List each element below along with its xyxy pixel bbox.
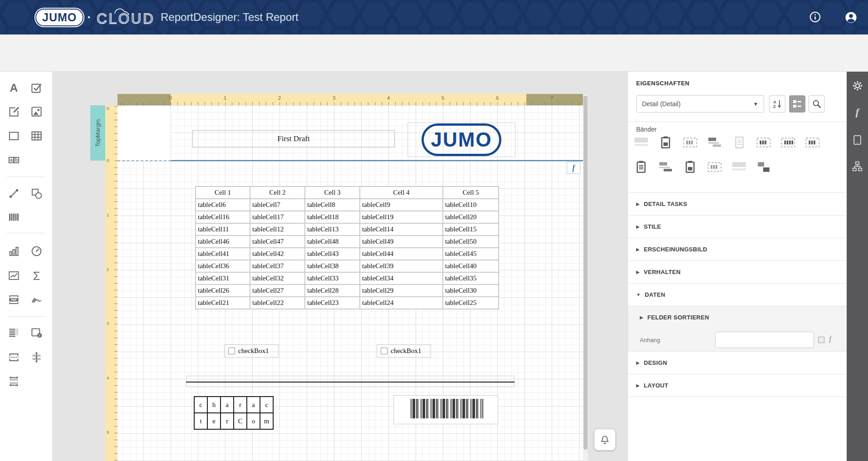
form-view-icon[interactable] xyxy=(789,95,805,113)
table-cell[interactable]: tableCell15 xyxy=(443,223,499,235)
band-solid-light-icon[interactable] xyxy=(629,136,653,149)
table-cell[interactable]: tableCell44 xyxy=(360,248,443,260)
table-cell[interactable]: tableCell14 xyxy=(360,223,443,235)
band-offset-bars-gray-icon[interactable] xyxy=(653,160,678,174)
info-icon[interactable] xyxy=(809,11,822,24)
comb-cell[interactable]: o xyxy=(247,413,260,429)
shapes-tool-icon[interactable] xyxy=(30,187,43,200)
line-element[interactable] xyxy=(186,376,515,387)
table-header-cell[interactable]: Cell 3 xyxy=(305,186,360,199)
table-cell[interactable]: tableCell32 xyxy=(250,272,305,284)
band-offset-bars-icon[interactable] xyxy=(702,136,727,149)
table-tool-icon[interactable] xyxy=(30,129,43,142)
section-felder-sortieren[interactable]: ▶FELDER SORTIEREN xyxy=(628,306,847,329)
table-cell[interactable]: tableCell33 xyxy=(305,272,360,284)
table-cell[interactable]: tableCell34 xyxy=(360,272,443,284)
table-cell[interactable]: tableCell31 xyxy=(196,272,250,284)
report-title-label[interactable]: First Draft xyxy=(192,130,395,147)
table-cell[interactable]: tableCell28 xyxy=(305,284,360,297)
line-tool-icon[interactable] xyxy=(7,187,20,200)
notifications-button[interactable] xyxy=(594,429,615,450)
chart-tool-icon[interactable] xyxy=(7,245,20,257)
checkbox-element-2[interactable]: checkBox1 xyxy=(377,344,431,358)
element-selector-dropdown[interactable]: Detail (Detail) ▼ xyxy=(636,95,764,113)
rich-text-tool-icon[interactable] xyxy=(7,105,20,118)
band-offset-solid-icon[interactable] xyxy=(751,160,776,174)
page-break-tool-icon[interactable] xyxy=(7,351,20,363)
formula-badge[interactable]: f xyxy=(567,162,580,174)
table-header-cell[interactable]: Cell 5 xyxy=(443,186,499,199)
report-table[interactable]: Cell 1Cell 2Cell 3Cell 4Cell 5tableCell6… xyxy=(195,186,499,309)
table-cell[interactable]: tableCell16 xyxy=(196,211,250,223)
table-cell[interactable]: tableCell45 xyxy=(443,248,499,260)
table-cell[interactable]: tableCell27 xyxy=(250,284,305,297)
settings-icon[interactable] xyxy=(851,79,863,92)
section-verhalten[interactable]: ▶VERHALTEN xyxy=(628,260,847,283)
table-header-cell[interactable]: Cell 1 xyxy=(196,186,250,199)
table-cell[interactable]: tableCell19 xyxy=(360,211,443,223)
band-dashed-bars-icon[interactable] xyxy=(678,136,702,149)
table-of-contents-tool-icon[interactable] xyxy=(7,326,20,339)
table-cell[interactable]: tableCell24 xyxy=(360,297,443,309)
rectangle-tool-icon[interactable] xyxy=(7,129,20,142)
table-cell[interactable]: tableCell23 xyxy=(305,297,360,309)
table-cell[interactable]: tableCell6 xyxy=(196,199,250,211)
checkbox-tool-icon[interactable] xyxy=(30,81,43,94)
comb-cell[interactable]: a xyxy=(221,397,234,413)
table-cell[interactable]: tableCell13 xyxy=(305,223,360,235)
band-clipboard-lines-icon[interactable] xyxy=(629,160,653,174)
barcode-element[interactable] xyxy=(393,395,498,424)
table-cell[interactable]: tableCell22 xyxy=(250,297,305,309)
comb-cell[interactable]: c xyxy=(260,397,273,413)
table-cell[interactable]: tableCell49 xyxy=(360,235,443,248)
report-explorer-icon[interactable] xyxy=(851,134,863,146)
expressions-icon[interactable]: f xyxy=(851,106,863,118)
anhang-input[interactable] xyxy=(715,332,814,348)
checkbox-element-1[interactable]: checkBox1 xyxy=(224,344,279,358)
anhang-formula-icon[interactable]: f xyxy=(829,334,832,343)
text-tool-icon[interactable]: A xyxy=(7,81,20,94)
band-solid-light-2-icon[interactable] xyxy=(727,160,751,174)
search-icon[interactable] xyxy=(809,95,825,113)
pdf-content-tool-icon[interactable]: PDF xyxy=(7,293,20,306)
band-dashed-bars-2-icon[interactable] xyxy=(702,160,727,174)
table-cell[interactable]: tableCell7 xyxy=(250,199,305,211)
table-cell[interactable]: tableCell48 xyxy=(305,235,360,248)
comb-cell[interactable]: m xyxy=(260,413,273,429)
character-comb-element[interactable]: characterCom xyxy=(194,396,274,430)
comb-cell[interactable]: e xyxy=(207,413,221,429)
comb-cell[interactable]: h xyxy=(207,397,221,413)
band-clipboard-2-icon[interactable] xyxy=(678,160,702,174)
table-cell[interactable]: tableCell20 xyxy=(443,211,499,223)
scrollbar-thumb[interactable] xyxy=(584,96,588,450)
section-design[interactable]: ▶DESIGN xyxy=(628,351,847,374)
summary-tool-icon[interactable]: Σ xyxy=(30,269,43,282)
top-margin-band-label[interactable]: TopMargin xyxy=(90,105,105,161)
table-cell[interactable]: tableCell26 xyxy=(196,284,250,297)
table-cell[interactable]: tableCell11 xyxy=(196,223,250,235)
table-cell[interactable]: tableCell43 xyxy=(305,248,360,260)
table-cell[interactable]: tableCell46 xyxy=(196,235,250,248)
section-layout[interactable]: ▶LAYOUT xyxy=(628,374,847,397)
comb-cell[interactable]: r xyxy=(221,413,234,429)
band-dashed-bars-dark-icon[interactable] xyxy=(751,136,776,149)
table-cell[interactable]: tableCell18 xyxy=(305,211,360,223)
band-dashed-bars-dark-wide-icon[interactable] xyxy=(776,136,800,149)
page-info-tool-icon[interactable]: i xyxy=(30,326,43,339)
comb-cell[interactable]: C xyxy=(234,413,247,429)
table-cell[interactable]: tableCell30 xyxy=(443,284,499,297)
comb-cell[interactable]: a xyxy=(247,397,260,413)
character-comb-tool-icon[interactable]: ab xyxy=(7,153,20,166)
table-cell[interactable]: tableCell42 xyxy=(250,248,305,260)
table-header-cell[interactable]: Cell 2 xyxy=(250,186,305,199)
table-header-cell[interactable]: Cell 4 xyxy=(360,186,443,199)
table-cell[interactable]: tableCell25 xyxy=(443,297,499,309)
signature-tool-icon[interactable] xyxy=(30,293,43,306)
table-cell[interactable]: tableCell39 xyxy=(360,260,443,272)
cross-band-box-tool-icon[interactable] xyxy=(7,375,20,387)
section-daten[interactable]: ▼DATEN xyxy=(628,283,847,306)
table-cell[interactable]: tableCell29 xyxy=(360,284,443,297)
gauge-tool-icon[interactable] xyxy=(30,245,43,257)
anhang-checkbox[interactable] xyxy=(818,337,824,343)
comb-cell[interactable]: t xyxy=(194,413,207,429)
